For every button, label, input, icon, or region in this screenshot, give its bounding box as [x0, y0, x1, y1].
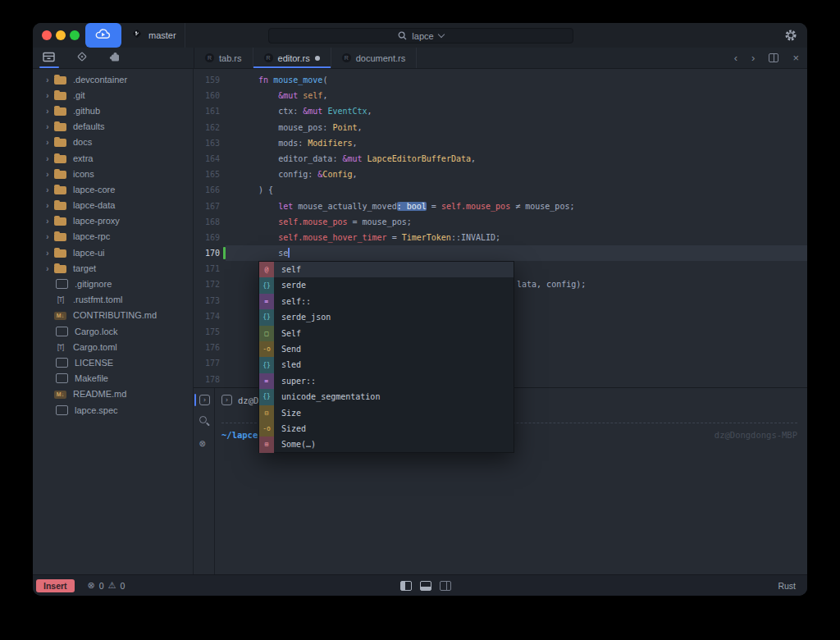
- code-line-165[interactable]: 165 config: &Config,: [194, 167, 807, 182]
- tree-item-icons[interactable]: ›icons: [33, 166, 193, 181]
- settings-button[interactable]: [784, 29, 797, 45]
- language-indicator[interactable]: Rust: [778, 581, 796, 591]
- tree-item-Cargo.toml[interactable]: ›[T]Cargo.toml: [33, 339, 193, 354]
- completion-item-serde[interactable]: {}serde: [259, 277, 514, 293]
- markdown-file-icon: M↓: [54, 312, 66, 320]
- titlebar: master lapce: [33, 23, 807, 48]
- source-control-icon[interactable]: [76, 51, 88, 66]
- code-line-163[interactable]: 163 mods: Modifiers,: [194, 135, 807, 151]
- completion-item-super::[interactable]: ≡super::: [259, 373, 514, 389]
- tree-item-README.md[interactable]: ›M↓README.md: [33, 386, 193, 402]
- completion-item-Sized[interactable]: -oSized: [259, 421, 514, 437]
- code-line-166[interactable]: 166 ) {: [194, 182, 807, 198]
- code-line-159[interactable]: 159 fn mouse_move(: [194, 72, 807, 88]
- completion-item-unicode_segmentation[interactable]: {}unicode_segmentation: [259, 389, 514, 405]
- close-editor-icon[interactable]: ×: [792, 52, 799, 64]
- tree-item-label: lapce.spec: [75, 405, 118, 415]
- code-editor[interactable]: 159 fn mouse_move(160 &mut self,161 ctx:…: [194, 69, 807, 387]
- lapce-logo-button[interactable]: [85, 23, 121, 48]
- tree-item-lapce-data[interactable]: ›lapce-data: [33, 198, 193, 213]
- toggle-right-panel-icon[interactable]: [440, 581, 451, 591]
- code-line-161[interactable]: 161 ctx: &mut EventCtx,: [194, 103, 807, 119]
- tree-item-LICENSE[interactable]: ›LICENSE: [33, 354, 193, 370]
- completion-item-sled[interactable]: {}sled: [259, 357, 514, 373]
- split-editor-icon[interactable]: [769, 53, 778, 62]
- completion-item-Send[interactable]: -oSend: [259, 341, 514, 357]
- tree-item-.rustfmt.toml[interactable]: ›[T].rustfmt.toml: [33, 292, 193, 308]
- tree-item-lapce-core[interactable]: ›lapce-core: [33, 181, 193, 197]
- path-kind-icon: ≡: [259, 373, 274, 389]
- tree-item-Makefile[interactable]: ›Makefile: [33, 371, 193, 386]
- branch-selector[interactable]: master: [123, 23, 185, 48]
- completion-label: sled: [274, 357, 301, 373]
- code-text: ) {: [226, 182, 807, 198]
- code-line-162[interactable]: 162 mouse_pos: Point,: [194, 120, 807, 135]
- tab-label: document.rs: [356, 53, 406, 63]
- header-strip: Rtab.rsReditor.rsRdocument.rs ‹ › ×: [33, 48, 807, 69]
- tab-editor.rs[interactable]: Reditor.rs: [253, 48, 331, 68]
- completion-item-Self[interactable]: □Self: [259, 326, 514, 341]
- completion-item-Size[interactable]: ⊟Size: [259, 405, 514, 421]
- tree-item-.github[interactable]: ›.github: [33, 103, 193, 118]
- line-number: 171: [194, 261, 220, 277]
- tree-item-target[interactable]: ›target: [33, 260, 193, 276]
- tree-item-lapce.spec[interactable]: ›lapce.spec: [33, 402, 193, 418]
- file-icon: [56, 279, 68, 289]
- diagnostics[interactable]: ⊗ 0 ⚠ 0: [88, 580, 126, 591]
- activity-bar: [33, 48, 194, 68]
- search-panel-icon[interactable]: [199, 416, 207, 423]
- line-number: 168: [194, 214, 220, 230]
- completion-item-Some(…)[interactable]: ⊞Some(…): [259, 437, 514, 452]
- chevron-right-icon: ›: [46, 216, 54, 226]
- palette-search-input[interactable]: lapce: [268, 28, 573, 43]
- errors-icon: ⊗: [88, 580, 95, 591]
- code-line-168[interactable]: 168 self.mouse_pos = mouse_pos;: [194, 214, 807, 230]
- plugins-icon[interactable]: [109, 51, 121, 66]
- tree-item-.git[interactable]: ›.git: [33, 87, 193, 103]
- toggle-bottom-panel-icon[interactable]: [420, 581, 431, 591]
- completion-item-self[interactable]: @self: [259, 262, 514, 277]
- completion-label: self::: [274, 294, 311, 309]
- toggle-left-panel-icon[interactable]: [400, 581, 412, 591]
- tree-item-defaults[interactable]: ›defaults: [33, 119, 193, 135]
- module-kind-icon: {}: [259, 357, 274, 373]
- file-explorer-icon[interactable]: [43, 51, 55, 66]
- tree-item-label: LICENSE: [75, 358, 113, 368]
- tree-item-lapce-ui[interactable]: ›lapce-ui: [33, 245, 193, 260]
- minimize-traffic-light[interactable]: [56, 30, 66, 40]
- nav-back-icon[interactable]: ‹: [734, 52, 737, 64]
- tab-tab.rs[interactable]: Rtab.rs: [194, 48, 253, 68]
- completion-item-serde_json[interactable]: {}serde_json: [259, 309, 514, 325]
- code-line-169[interactable]: 169 self.mouse_hover_timer = TimerToken:…: [194, 230, 807, 245]
- code-line-167[interactable]: 167 let mouse_actually_moved: bool = sel…: [194, 199, 807, 214]
- problems-panel-icon[interactable]: ⊗: [199, 437, 206, 450]
- folder-icon: [54, 249, 66, 258]
- zoom-traffic-light[interactable]: [70, 30, 80, 40]
- code-line-160[interactable]: 160 &mut self,: [194, 88, 807, 103]
- chevron-down-icon: [437, 31, 444, 38]
- terminal-panel-icon[interactable]: ›: [199, 395, 210, 405]
- enum-member-kind-icon: ⊞: [259, 437, 274, 452]
- tree-item-lapce-proxy[interactable]: ›lapce-proxy: [33, 213, 193, 229]
- tree-item-Cargo.lock[interactable]: ›Cargo.lock: [33, 323, 193, 339]
- tree-item-.devcontainer[interactable]: ›.devcontainer: [33, 71, 193, 87]
- completion-item-self::[interactable]: ≡self::: [259, 294, 514, 309]
- line-number: 162: [194, 120, 220, 135]
- toml-file-icon: [T]: [54, 342, 66, 352]
- chevron-right-icon: ›: [46, 248, 54, 258]
- code-line-170[interactable]: 170 se: [194, 245, 807, 261]
- tree-item-extra[interactable]: ›extra: [33, 150, 193, 166]
- code-text: let mouse_actually_moved: bool = self.mo…: [226, 199, 807, 214]
- tree-item-lapce-rpc[interactable]: ›lapce-rpc: [33, 229, 193, 245]
- close-traffic-light[interactable]: [42, 30, 52, 40]
- chevron-right-icon: ›: [46, 169, 54, 179]
- completion-label: Send: [274, 341, 301, 357]
- tree-item-.gitignore[interactable]: ›.gitignore: [33, 276, 193, 291]
- tree-item-docs[interactable]: ›docs: [33, 135, 193, 150]
- folder-icon: [54, 171, 66, 179]
- nav-forward-icon[interactable]: ›: [751, 52, 755, 64]
- tab-document.rs[interactable]: Rdocument.rs: [331, 48, 418, 68]
- tree-item-label: lapce-core: [73, 185, 115, 194]
- tree-item-CONTRIBUTING.md[interactable]: ›M↓CONTRIBUTING.md: [33, 308, 193, 323]
- code-line-164[interactable]: 164 editor_data: &mut LapceEditorBufferD…: [194, 151, 807, 167]
